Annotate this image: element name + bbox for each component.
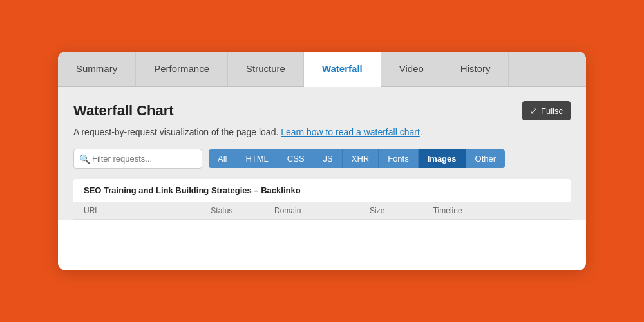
main-card: Summary Performance Structure Waterfall … — [58, 52, 586, 270]
content-area: Waterfall Chart ⤢ Fullsc A request-by-re… — [58, 87, 586, 220]
tab-structure[interactable]: Structure — [228, 52, 304, 86]
filter-buttons: All HTML CSS JS XHR Fonts Images Other — [209, 149, 505, 168]
filter-btn-images[interactable]: Images — [419, 149, 466, 168]
tab-bar: Summary Performance Structure Waterfall … — [58, 52, 586, 87]
col-header-url: URL — [84, 206, 211, 215]
chart-description: A request-by-request visualization of th… — [73, 127, 571, 137]
filter-btn-xhr[interactable]: XHR — [343, 149, 379, 168]
filter-btn-html[interactable]: HTML — [236, 149, 278, 168]
col-header-status: Status — [211, 206, 274, 215]
col-header-domain: Domain — [274, 206, 370, 215]
chart-title: Waterfall Chart — [73, 102, 174, 119]
waterfall-help-link[interactable]: Learn how to read a waterfall chart — [281, 127, 420, 137]
fullscreen-button[interactable]: ⤢ Fullsc — [522, 101, 571, 120]
filter-input[interactable] — [73, 149, 202, 169]
tab-summary[interactable]: Summary — [58, 52, 136, 86]
tab-video[interactable]: Video — [381, 52, 442, 86]
filter-input-wrap: 🔍 — [73, 149, 202, 169]
filter-row: 🔍 All HTML CSS JS XHR Fonts Images Other — [73, 149, 571, 169]
filter-btn-other[interactable]: Other — [466, 149, 506, 168]
filter-btn-css[interactable]: CSS — [278, 149, 314, 168]
tab-performance[interactable]: Performance — [136, 52, 228, 86]
tab-history[interactable]: History — [442, 52, 509, 86]
fullscreen-label: Fullsc — [541, 106, 563, 116]
col-header-size: Size — [370, 206, 433, 215]
filter-btn-fonts[interactable]: Fonts — [379, 149, 419, 168]
table-col-headers: URL Status Domain Size Timeline — [73, 202, 571, 220]
filter-btn-js[interactable]: JS — [314, 149, 343, 168]
fullscreen-icon: ⤢ — [530, 106, 538, 116]
table-title-row: SEO Training and Link Building Strategie… — [73, 179, 571, 202]
filter-btn-all[interactable]: All — [209, 149, 236, 168]
col-header-timeline: Timeline — [433, 206, 560, 215]
content-header: Waterfall Chart ⤢ Fullsc — [73, 101, 571, 120]
table-section: SEO Training and Link Building Strategie… — [73, 179, 571, 220]
search-icon: 🔍 — [79, 154, 90, 164]
tab-waterfall[interactable]: Waterfall — [304, 52, 381, 87]
